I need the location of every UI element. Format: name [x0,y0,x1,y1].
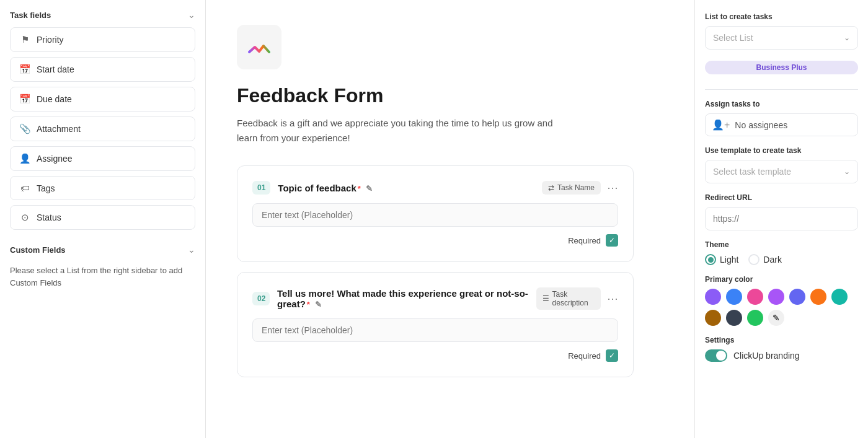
color-dot-1[interactable] [726,289,742,305]
question-2-required-checkbox[interactable] [606,349,618,362]
main-content: Feedback Form Feedback is a gift and we … [206,0,694,438]
theme-light-radio-outer [705,254,716,265]
theme-dark-option[interactable]: Dark [748,254,782,265]
field-label-attachment: Attachment [37,124,81,134]
theme-dark-label: Dark [763,255,782,265]
primary-color-label: Primary color [705,275,858,284]
list-label: List to create tasks [705,12,858,21]
custom-fields-section: Custom Fields ⌄ Please select a List fro… [10,245,195,289]
question-2-required-star: * [307,300,310,309]
color-dot-0[interactable] [705,289,721,305]
right-sidebar: List to create tasks Select List ⌄ Busin… [694,0,868,438]
question-1-edit-icon[interactable]: ✎ [366,184,373,193]
question-1-more[interactable]: ⋯ [607,181,618,195]
form-description: Feedback is a gift and we appreciate you… [237,116,572,146]
field-item-assignee[interactable]: 👤Assignee [10,146,195,171]
question-2-more[interactable]: ⋯ [607,292,618,305]
field-item-tags[interactable]: 🏷Tags [10,176,195,200]
theme-row: Light Dark [705,254,858,265]
no-assignees-row[interactable]: 👤+ No assignees [705,113,858,136]
question-1: 01 Topic of feedback* ✎ ⇄ Task Name ⋯ Re… [237,165,634,262]
settings-toggle-row: ClickUp branding [705,349,858,362]
business-plus-badge: Business Plus [705,61,858,74]
field-item-priority[interactable]: ⚑Priority [10,27,195,52]
question-2-input[interactable] [252,318,618,342]
field-item-attachment[interactable]: 📎Attachment [10,116,195,141]
theme-dark-radio-outer [748,254,760,265]
clickup-branding-toggle[interactable] [705,349,727,362]
template-select[interactable]: Select task template ⌄ [705,160,858,183]
field-label-priority: Priority [37,35,64,45]
field-icon-status: ⊙ [19,212,30,223]
question-2: 02 Tell us more! What made this experien… [237,272,634,377]
redirect-label: Redirect URL [705,193,858,202]
form-title: Feedback Form [237,84,663,107]
task-fields-title: Task fields [10,11,51,20]
question-2-header: 02 Tell us more! What made this experien… [252,287,618,310]
question-2-required-row: Required [252,349,618,362]
color-dot-5[interactable] [810,289,826,305]
question-1-required-checkbox[interactable] [606,234,618,247]
theme-light-radio-inner [708,257,714,263]
question-1-input[interactable] [252,203,618,227]
color-dot-2[interactable] [747,289,763,305]
field-icon-tags: 🏷 [19,183,30,193]
field-icon-start-date: 📅 [19,64,30,75]
question-1-title: Topic of feedback* ✎ [278,183,373,193]
theme-light-label: Light [720,255,738,265]
divider-1 [705,89,858,90]
field-item-start-date[interactable]: 📅Start date [10,57,195,82]
question-2-left: 02 Tell us more! What made this experien… [252,288,536,309]
template-select-placeholder: Select task template [713,167,791,177]
color-dot-6[interactable] [831,289,848,305]
field-label-due-date: Due date [37,94,72,104]
settings-label: Settings [705,336,858,344]
color-dot-3[interactable] [768,289,784,305]
color-dot-7[interactable] [705,310,721,326]
color-dot-8[interactable] [726,310,742,326]
template-select-chevron: ⌄ [844,167,850,176]
task-name-icon: ⇄ [548,183,554,192]
task-desc-icon: ☰ [542,294,549,303]
theme-light-option[interactable]: Light [705,254,738,265]
question-1-badge: ⇄ Task Name [542,181,601,195]
question-2-number: 02 [252,292,270,305]
question-2-badge: ☰ Task description [536,287,601,310]
task-fields-chevron[interactable]: ⌄ [188,10,195,20]
field-label-tags: Tags [37,183,55,193]
left-sidebar: Task fields ⌄ ⚑Priority📅Start date📅Due d… [0,0,206,438]
template-label: Use template to create task [705,146,858,155]
question-1-required-row: Required [252,234,618,247]
custom-fields-note: Please select a List from the right side… [10,265,195,289]
field-label-start-date: Start date [37,64,74,74]
question-2-edit-icon[interactable]: ✎ [315,300,322,309]
task-fields-list: ⚑Priority📅Start date📅Due date📎Attachment… [10,27,195,230]
color-dot-4[interactable] [789,289,805,305]
field-label-status: Status [37,212,61,222]
custom-fields-header: Custom Fields ⌄ [10,245,195,255]
task-fields-header: Task fields ⌄ [10,10,195,20]
custom-fields-title: Custom Fields [10,245,66,255]
no-assignees-label: No assignees [735,120,787,130]
list-select-placeholder: Select List [713,33,753,43]
toggle-knob [716,351,726,361]
color-grid: ✎ [705,289,858,326]
field-item-status[interactable]: ⊙Status [10,205,195,230]
list-select-chevron: ⌄ [844,33,850,42]
clickup-branding-label: ClickUp branding [733,351,800,361]
question-1-right: ⇄ Task Name ⋯ [542,181,618,195]
list-select[interactable]: Select List ⌄ [705,26,858,50]
field-icon-assignee: 👤 [19,153,30,164]
eyedropper-icon[interactable]: ✎ [768,310,784,326]
field-item-due-date[interactable]: 📅Due date [10,87,195,112]
field-icon-due-date: 📅 [19,94,30,105]
clickup-logo-svg [247,35,272,59]
field-icon-priority: ⚑ [19,34,30,45]
redirect-url-input[interactable] [705,207,858,230]
custom-fields-chevron[interactable]: ⌄ [188,245,195,255]
field-label-assignee: Assignee [37,154,73,164]
question-1-number: 01 [252,181,270,195]
form-logo [237,25,281,69]
question-2-title: Tell us more! What made this experience … [277,288,536,309]
color-dot-9[interactable] [747,310,763,326]
